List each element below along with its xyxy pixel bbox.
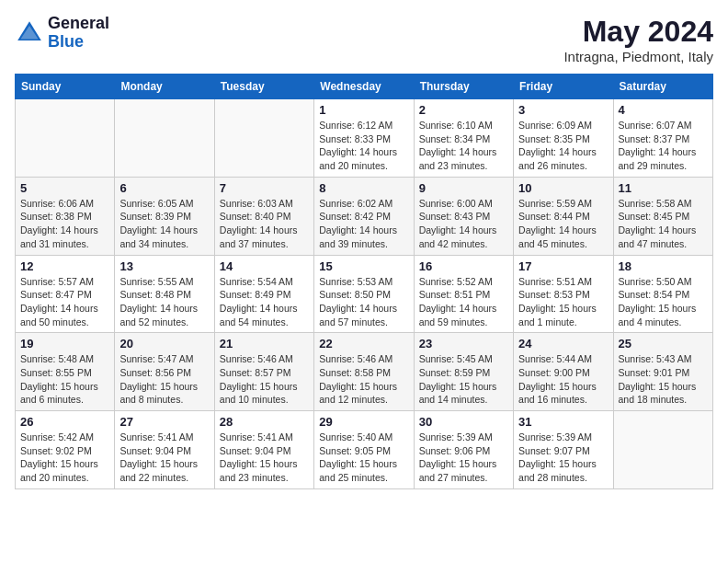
day-info: Sunrise: 5:57 AMSunset: 8:47 PMDaylight:…	[20, 275, 109, 329]
day-number: 9	[419, 181, 508, 195]
calendar-cell: 4Sunrise: 6:07 AMSunset: 8:37 PMDaylight…	[613, 99, 712, 178]
calendar-cell: 11Sunrise: 5:58 AMSunset: 8:45 PMDayligh…	[613, 177, 712, 255]
calendar-cell: 10Sunrise: 5:59 AMSunset: 8:44 PMDayligh…	[514, 177, 613, 255]
day-number: 6	[119, 181, 209, 195]
day-info: Sunrise: 5:52 AMSunset: 8:51 PMDaylight:…	[419, 275, 508, 329]
day-info: Sunrise: 5:55 AMSunset: 8:48 PMDaylight:…	[119, 275, 209, 329]
day-info: Sunrise: 5:50 AMSunset: 8:54 PMDaylight:…	[619, 275, 708, 329]
calendar-cell: 15Sunrise: 5:53 AMSunset: 8:50 PMDayligh…	[314, 255, 414, 333]
logo-blue-text: Blue	[48, 33, 109, 52]
day-info: Sunrise: 5:44 AMSunset: 9:00 PMDaylight:…	[518, 352, 608, 407]
day-info: Sunrise: 5:59 AMSunset: 8:44 PMDaylight:…	[518, 197, 608, 251]
day-info: Sunrise: 5:46 AMSunset: 8:58 PMDaylight:…	[319, 352, 408, 407]
calendar-cell: 20Sunrise: 5:47 AMSunset: 8:56 PMDayligh…	[115, 333, 214, 411]
calendar-cell: 1Sunrise: 6:12 AMSunset: 8:33 PMDaylight…	[314, 99, 414, 178]
day-info: Sunrise: 5:41 AMSunset: 9:04 PMDaylight:…	[119, 431, 209, 485]
logo-icon	[15, 18, 44, 48]
day-number: 30	[419, 415, 508, 429]
day-number: 19	[20, 337, 109, 350]
day-of-week-header: Sunday	[16, 75, 115, 99]
day-number: 28	[220, 415, 309, 429]
day-number: 26	[20, 415, 109, 429]
day-number: 27	[119, 415, 209, 429]
day-of-week-header: Friday	[514, 75, 613, 99]
calendar-week-row: 12Sunrise: 5:57 AMSunset: 8:47 PMDayligh…	[16, 255, 713, 333]
logo-general-text: General	[48, 15, 109, 33]
day-info: Sunrise: 6:02 AMSunset: 8:42 PMDaylight:…	[319, 197, 408, 251]
day-info: Sunrise: 5:53 AMSunset: 8:50 PMDaylight:…	[319, 275, 408, 329]
day-info: Sunrise: 5:40 AMSunset: 9:05 PMDaylight:…	[319, 431, 408, 485]
day-number: 31	[518, 415, 608, 429]
calendar-week-row: 19Sunrise: 5:48 AMSunset: 8:55 PMDayligh…	[16, 333, 713, 411]
day-info: Sunrise: 5:43 AMSunset: 9:01 PMDaylight:…	[619, 352, 708, 407]
calendar-cell: 23Sunrise: 5:45 AMSunset: 8:59 PMDayligh…	[414, 333, 513, 411]
day-info: Sunrise: 5:39 AMSunset: 9:06 PMDaylight:…	[419, 431, 508, 485]
day-number: 13	[119, 259, 209, 273]
day-number: 8	[319, 181, 408, 195]
calendar-cell: 9Sunrise: 6:00 AMSunset: 8:43 PMDaylight…	[414, 177, 513, 255]
day-number: 16	[419, 259, 508, 273]
day-number: 24	[518, 337, 608, 350]
calendar-cell: 3Sunrise: 6:09 AMSunset: 8:35 PMDaylight…	[514, 99, 613, 178]
calendar-cell	[613, 411, 712, 489]
day-info: Sunrise: 5:47 AMSunset: 8:56 PMDaylight:…	[119, 352, 209, 407]
main-title: May 2024	[563, 15, 713, 49]
subtitle: Intragna, Piedmont, Italy	[563, 49, 713, 64]
calendar-cell: 5Sunrise: 6:06 AMSunset: 8:38 PMDaylight…	[16, 177, 115, 255]
day-number: 17	[518, 259, 608, 273]
calendar-week-row: 1Sunrise: 6:12 AMSunset: 8:33 PMDaylight…	[16, 99, 713, 178]
calendar-cell: 2Sunrise: 6:10 AMSunset: 8:34 PMDaylight…	[414, 99, 513, 178]
calendar-cell: 28Sunrise: 5:41 AMSunset: 9:04 PMDayligh…	[214, 411, 313, 489]
calendar-cell: 29Sunrise: 5:40 AMSunset: 9:05 PMDayligh…	[314, 411, 414, 489]
logo: General Blue	[15, 15, 109, 52]
calendar-cell: 26Sunrise: 5:42 AMSunset: 9:02 PMDayligh…	[16, 411, 115, 489]
calendar-cell: 17Sunrise: 5:51 AMSunset: 8:53 PMDayligh…	[514, 255, 613, 333]
day-of-week-header: Wednesday	[314, 75, 414, 99]
day-number: 3	[518, 103, 608, 117]
day-number: 4	[619, 103, 708, 117]
title-block: May 2024 Intragna, Piedmont, Italy	[563, 15, 713, 64]
calendar-cell	[214, 99, 313, 178]
day-number: 10	[518, 181, 608, 195]
day-info: Sunrise: 5:51 AMSunset: 8:53 PMDaylight:…	[518, 275, 608, 329]
day-info: Sunrise: 6:03 AMSunset: 8:40 PMDaylight:…	[220, 197, 309, 251]
day-of-week-header: Saturday	[613, 75, 712, 99]
day-number: 20	[119, 337, 209, 350]
calendar-cell: 30Sunrise: 5:39 AMSunset: 9:06 PMDayligh…	[414, 411, 513, 489]
day-number: 7	[220, 181, 309, 195]
day-number: 2	[419, 103, 508, 117]
calendar-cell: 12Sunrise: 5:57 AMSunset: 8:47 PMDayligh…	[16, 255, 115, 333]
calendar-cell: 16Sunrise: 5:52 AMSunset: 8:51 PMDayligh…	[414, 255, 513, 333]
calendar-cell: 24Sunrise: 5:44 AMSunset: 9:00 PMDayligh…	[514, 333, 613, 411]
day-info: Sunrise: 5:45 AMSunset: 8:59 PMDaylight:…	[419, 352, 508, 407]
day-info: Sunrise: 6:09 AMSunset: 8:35 PMDaylight:…	[518, 119, 608, 173]
day-info: Sunrise: 6:05 AMSunset: 8:39 PMDaylight:…	[119, 197, 209, 251]
day-info: Sunrise: 5:42 AMSunset: 9:02 PMDaylight:…	[20, 431, 109, 485]
day-number: 5	[20, 181, 109, 195]
day-info: Sunrise: 5:54 AMSunset: 8:49 PMDaylight:…	[220, 275, 309, 329]
day-number: 18	[619, 259, 708, 273]
day-info: Sunrise: 5:39 AMSunset: 9:07 PMDaylight:…	[518, 431, 608, 485]
calendar-cell: 22Sunrise: 5:46 AMSunset: 8:58 PMDayligh…	[314, 333, 414, 411]
day-info: Sunrise: 5:41 AMSunset: 9:04 PMDaylight:…	[220, 431, 309, 485]
calendar-cell: 8Sunrise: 6:02 AMSunset: 8:42 PMDaylight…	[314, 177, 414, 255]
day-number: 21	[220, 337, 309, 350]
day-info: Sunrise: 6:12 AMSunset: 8:33 PMDaylight:…	[319, 119, 408, 173]
day-info: Sunrise: 5:46 AMSunset: 8:57 PMDaylight:…	[220, 352, 309, 407]
day-of-week-header: Thursday	[414, 75, 513, 99]
day-number: 12	[20, 259, 109, 273]
day-number: 22	[319, 337, 408, 350]
calendar-week-row: 5Sunrise: 6:06 AMSunset: 8:38 PMDaylight…	[16, 177, 713, 255]
day-number: 14	[220, 259, 309, 273]
calendar-week-row: 26Sunrise: 5:42 AMSunset: 9:02 PMDayligh…	[16, 411, 713, 489]
header: General Blue May 2024 Intragna, Piedmont…	[15, 15, 713, 64]
day-number: 15	[319, 259, 408, 273]
calendar-header-row: SundayMondayTuesdayWednesdayThursdayFrid…	[16, 75, 713, 99]
calendar-table: SundayMondayTuesdayWednesdayThursdayFrid…	[15, 74, 713, 489]
day-number: 25	[619, 337, 708, 350]
day-info: Sunrise: 5:58 AMSunset: 8:45 PMDaylight:…	[619, 197, 708, 251]
day-number: 29	[319, 415, 408, 429]
day-number: 23	[419, 337, 508, 350]
calendar-cell: 21Sunrise: 5:46 AMSunset: 8:57 PMDayligh…	[214, 333, 313, 411]
calendar-cell: 7Sunrise: 6:03 AMSunset: 8:40 PMDaylight…	[214, 177, 313, 255]
